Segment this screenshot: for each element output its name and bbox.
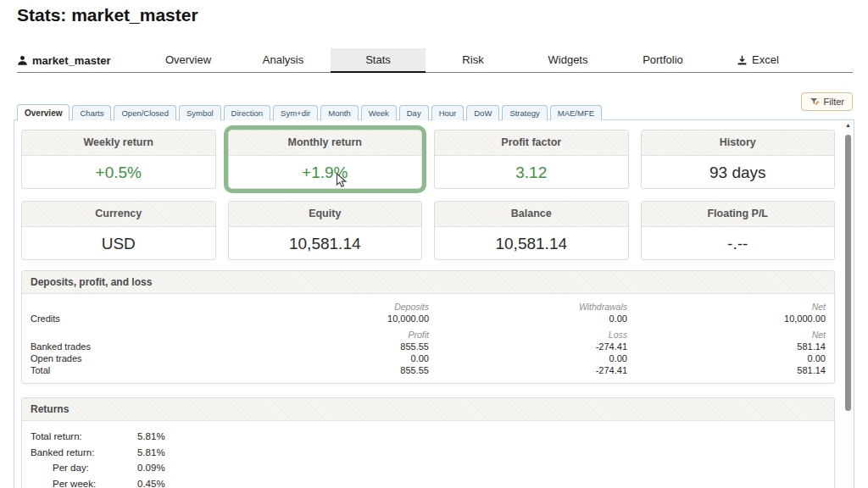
returns-row-value: 0.45% bbox=[137, 476, 165, 488]
nav-tab-overview[interactable]: Overview bbox=[141, 48, 236, 72]
nav-tab-label: Stats bbox=[365, 48, 391, 72]
download-icon bbox=[737, 55, 748, 66]
table-cell-value: 0.00 bbox=[231, 352, 429, 364]
nav-tab-label: Widgets bbox=[548, 48, 588, 72]
table-column-header: Withdrawals bbox=[429, 301, 627, 313]
nav-tab-stats[interactable]: Stats bbox=[331, 48, 426, 72]
stat-card-balance[interactable]: Balance10,581.14 bbox=[434, 201, 629, 260]
subtab-day[interactable]: Day bbox=[399, 105, 429, 120]
scrollbar[interactable]: ▲ bbox=[843, 120, 854, 488]
scrollbar-thumb[interactable] bbox=[845, 135, 851, 411]
table-row-label: Open trades bbox=[31, 352, 231, 364]
returns-row-label: Banked return: bbox=[31, 445, 137, 461]
table-row-label: Banked trades bbox=[31, 341, 231, 352]
filter-button[interactable]: Filter bbox=[801, 92, 853, 111]
nav-tab-analysis[interactable]: Analysis bbox=[236, 48, 331, 72]
stat-card-monthly-return[interactable]: Monthly return+1.9% bbox=[228, 130, 423, 189]
main-nav: market_master OverviewAnalysisStatsRiskW… bbox=[17, 48, 853, 73]
nav-tab-label: Risk bbox=[462, 48, 483, 72]
table-cell-value: -274.41 bbox=[429, 364, 627, 376]
stat-card-value: 10,581.14 bbox=[229, 227, 422, 259]
deposits-section-title: Deposits, profit, and loss bbox=[22, 271, 834, 294]
subtab-charts[interactable]: Charts bbox=[72, 105, 111, 120]
table-header-row: ProfitLossNet bbox=[31, 329, 826, 341]
subtab-open-closed[interactable]: Open/Closed bbox=[114, 105, 175, 120]
stat-card-value: +0.5% bbox=[22, 156, 215, 188]
stat-card-value: 93 days bbox=[642, 156, 835, 188]
subtab-strategy[interactable]: Strategy bbox=[502, 105, 547, 120]
nav-account-label: market_master bbox=[32, 54, 111, 67]
table-header-row: DepositsWithdrawalsNet bbox=[31, 301, 826, 313]
subtab-week[interactable]: Week bbox=[361, 105, 397, 120]
user-icon bbox=[17, 55, 28, 66]
returns-row-label: Total return: bbox=[31, 429, 137, 445]
returns-row-per-week: Per week:0.45% bbox=[31, 476, 826, 488]
stat-card-label: Floating P/L bbox=[642, 202, 835, 227]
stat-card-label: Weekly return bbox=[22, 130, 215, 156]
table-cell-value: 10,000.00 bbox=[627, 313, 826, 324]
table-cell-value: 855.55 bbox=[231, 364, 429, 376]
returns-list: Total return:5.81%Banked return:5.81%Per… bbox=[22, 421, 834, 488]
stat-card-history[interactable]: History93 days bbox=[641, 130, 836, 189]
table-header-spacer bbox=[31, 329, 231, 341]
returns-row-total-return: Total return:5.81% bbox=[31, 429, 826, 445]
stat-card-label: Currency bbox=[22, 202, 215, 227]
nav-tab-risk[interactable]: Risk bbox=[426, 48, 520, 72]
subtab-direction[interactable]: Direction bbox=[224, 105, 271, 120]
nav-tab-label: Excel bbox=[752, 48, 779, 72]
nav-tab-portfolio[interactable]: Portfolio bbox=[615, 48, 710, 72]
stat-cards: Weekly return+0.5%Monthly return+1.9%Pro… bbox=[21, 130, 835, 260]
stat-card-profit-factor[interactable]: Profit factor3.12 bbox=[434, 130, 629, 189]
subtab-month[interactable]: Month bbox=[320, 105, 358, 120]
filter-button-label: Filter bbox=[824, 97, 844, 107]
stat-card-label: Equity bbox=[229, 202, 422, 227]
returns-section-title: Returns bbox=[22, 398, 834, 421]
stats-panel: Weekly return+0.5%Monthly return+1.9%Pro… bbox=[14, 119, 854, 488]
nav-tab-label: Analysis bbox=[263, 48, 303, 72]
table-column-header: Net bbox=[627, 301, 826, 313]
returns-row-value: 5.81% bbox=[137, 429, 165, 445]
stat-card-label: History bbox=[642, 130, 835, 156]
deposits-table: DepositsWithdrawalsNetCredits10,000.000.… bbox=[22, 294, 834, 383]
returns-row-label: Per day: bbox=[31, 460, 137, 476]
stat-card-label: Profit factor bbox=[435, 130, 628, 156]
returns-row-value: 0.09% bbox=[137, 460, 165, 476]
table-column-header: Net bbox=[627, 329, 826, 341]
table-row: Banked trades855.55-274.41581.14 bbox=[31, 341, 826, 352]
subtab-symbol[interactable]: Symbol bbox=[179, 105, 221, 120]
deposits-section: Deposits, profit, and loss DepositsWithd… bbox=[21, 270, 835, 384]
nav-tab-widgets[interactable]: Widgets bbox=[520, 48, 615, 72]
table-column-header: Deposits bbox=[231, 301, 429, 313]
table-cell-value: 0.00 bbox=[429, 313, 627, 324]
scrollbar-up-arrow[interactable]: ▲ bbox=[844, 121, 852, 129]
returns-row-per-day: Per day:0.09% bbox=[31, 460, 826, 476]
table-cell-value: 10,000.00 bbox=[231, 313, 429, 324]
nav-tab-excel[interactable]: Excel bbox=[710, 48, 805, 72]
table-row: Total855.55-274.41581.14 bbox=[31, 364, 826, 376]
subtab-hour[interactable]: Hour bbox=[431, 105, 465, 120]
stat-card-weekly-return[interactable]: Weekly return+0.5% bbox=[21, 130, 216, 189]
table-cell-value: 581.14 bbox=[627, 341, 826, 352]
nav-account[interactable]: market_master bbox=[17, 48, 141, 72]
subtab-sym-dir[interactable]: Sym+dir bbox=[273, 105, 318, 120]
stat-card-currency[interactable]: CurrencyUSD bbox=[21, 201, 216, 260]
table-header-spacer bbox=[31, 301, 231, 313]
returns-row-value: 5.81% bbox=[137, 445, 165, 461]
stat-card-floating-p-l[interactable]: Floating P/L-.-- bbox=[641, 201, 836, 260]
nav-tabs: OverviewAnalysisStatsRiskWidgetsPortfoli… bbox=[141, 48, 805, 72]
subtab-overview[interactable]: Overview bbox=[17, 104, 70, 120]
table-row-label: Total bbox=[31, 364, 231, 376]
stat-card-value: 3.12 bbox=[435, 156, 628, 188]
stat-card-equity[interactable]: Equity10,581.14 bbox=[228, 201, 423, 260]
table-row: Credits10,000.000.0010,000.00 bbox=[31, 313, 826, 324]
table-cell-value: 0.00 bbox=[627, 352, 826, 364]
table-cell-value: -274.41 bbox=[429, 341, 627, 352]
nav-tab-label: Overview bbox=[165, 48, 211, 72]
returns-section: Returns Total return:5.81%Banked return:… bbox=[21, 397, 835, 488]
stat-card-value: USD bbox=[22, 227, 215, 259]
subtab-dow[interactable]: DoW bbox=[466, 105, 499, 120]
subtab-mae-mfe[interactable]: MAE/MFE bbox=[550, 105, 602, 120]
filter-icon bbox=[810, 97, 820, 107]
returns-row-label: Per week: bbox=[31, 476, 137, 488]
page-title: Stats: market_master bbox=[17, 5, 198, 25]
